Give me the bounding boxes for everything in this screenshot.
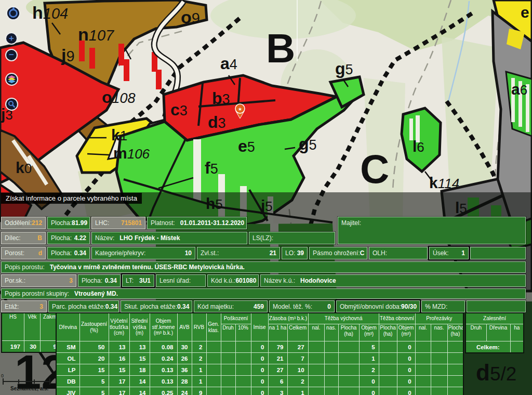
field-label: Název k.ú.: <box>264 277 295 284</box>
field-label: Plocha: <box>51 219 72 227</box>
table-cell: 5 <box>79 376 109 387</box>
table-cell <box>206 353 221 364</box>
table-cell: 0 <box>397 353 415 364</box>
table-cell <box>308 364 324 376</box>
field-olh: OLH: <box>369 247 428 259</box>
column-header: Imise <box>251 313 268 341</box>
table-cell <box>221 387 235 395</box>
field-value: 81.99 <box>72 219 87 227</box>
table-cell <box>206 341 221 353</box>
table-cell: 3 <box>268 387 287 395</box>
column-header: ha <box>510 324 524 341</box>
map-label-k114: k114 <box>429 174 459 191</box>
field-value: 0.34 <box>177 303 189 310</box>
field-value: d <box>38 249 42 257</box>
field-value: 0.34 <box>105 303 117 310</box>
column-header: Celkem <box>287 324 308 341</box>
table-cell: 0 <box>397 387 415 395</box>
table-cell: SM <box>56 341 79 353</box>
layers-icon <box>7 75 16 84</box>
table-cell <box>324 353 338 364</box>
field-label: Kategorie/překryv: <box>95 249 145 257</box>
field-lo: LO:39 <box>282 247 308 259</box>
map-label-d3: d3 <box>208 113 226 131</box>
zoom-in-button[interactable]: + <box>5 32 18 45</box>
map-label-g5: g5 <box>335 59 353 78</box>
table-row: DB517140.1328106200 <box>56 376 463 387</box>
column-header: Druh <box>466 324 486 341</box>
map-label-e: e <box>521 4 529 21</box>
table-cell: 15 <box>129 353 150 364</box>
field-label: Parc. plocha etáže: <box>52 303 105 310</box>
table-cell: 6 <box>268 376 287 387</box>
table-cell: 9 <box>192 387 206 395</box>
column-header: RVB <box>192 313 206 341</box>
map-label-f5: f5 <box>205 159 218 177</box>
field-popis-porostu: Popis porostu:Tyčovina v mírně zvlněném … <box>1 261 526 273</box>
table-cell: 36 <box>177 364 192 376</box>
group-header: Těžba obnovní <box>379 313 415 324</box>
field-label: Popis porostu: <box>5 264 45 271</box>
table-cell: 0 <box>251 353 268 364</box>
table-cell: 17 <box>109 376 129 387</box>
map-label-n107: n107 <box>78 24 115 44</box>
table-cell: 10 <box>287 364 308 376</box>
table-cell <box>338 353 359 364</box>
table-cell <box>235 387 251 395</box>
zalesneni-table: ZalesněníDruhDřevinahaCelkem: <box>465 312 524 353</box>
table-cell: 0.08 <box>150 341 177 353</box>
field-label: Obmýtí/obnovní doba: <box>340 303 401 310</box>
table-cell <box>221 341 235 353</box>
layers-button[interactable] <box>5 73 18 86</box>
field-value: 0.34 <box>105 277 117 284</box>
group-header: Poškození <box>221 313 251 324</box>
map-label-m106: m106 <box>113 144 150 162</box>
field-value: 212 <box>32 219 42 227</box>
table-cell: 0 <box>251 364 268 376</box>
field-label: Platnost: <box>151 219 175 227</box>
table-cell: 30 <box>24 341 41 353</box>
field-label: LHC: <box>95 219 109 227</box>
table-cell <box>338 376 359 387</box>
table-cell <box>324 376 338 387</box>
table-cell: 14 <box>129 376 150 387</box>
table-cell: JIV <box>56 387 79 395</box>
group-header: Těžba výchovná <box>308 313 379 324</box>
field-label: Por.sk.: <box>5 277 25 284</box>
table-cell <box>308 376 324 387</box>
field-label: Porost: <box>5 249 24 257</box>
field-etaz: Etáž:3 <box>1 300 47 312</box>
map-tooltip: Získat informace o parcele vybraného mís… <box>1 193 142 204</box>
app-stage: ★ BCh104n107j9o9a4g5o108c3b3d3e5g5f5k1m1… <box>0 0 532 395</box>
table-cell <box>379 387 397 395</box>
table-cell: 1 <box>192 376 206 387</box>
table-cell: 50 <box>79 341 109 353</box>
field-value: 715801 <box>121 219 142 227</box>
locate-button[interactable] <box>6 6 20 20</box>
field-label: % MZD: <box>425 303 447 310</box>
field-label: Skut. plocha etáže: <box>124 303 177 310</box>
field-label: Zvl.st.: <box>201 249 219 257</box>
field-usek: Úsek:1 <box>429 247 469 259</box>
field-label: Popis porostní skupiny: <box>5 290 69 297</box>
field-label: LO: <box>285 249 295 257</box>
field-label: Pásmo ohrožení: <box>313 249 360 257</box>
table-cell: 2 <box>192 341 206 353</box>
map-label-a6: a6 <box>511 81 527 98</box>
field-kategorie: Kategorie/překryv:10 <box>91 247 195 259</box>
column-header: Dřevina <box>486 324 510 341</box>
field-platnost: Platnost:01.01.2011-31.12.2020 <box>147 217 247 229</box>
column-header: nal. <box>308 324 324 341</box>
map-label-j5: j5 <box>260 197 273 214</box>
map-label-c3: c3 <box>170 100 188 119</box>
search-button[interactable] <box>5 98 18 111</box>
table-cell: 17 <box>109 387 129 395</box>
map-label-k1: k1 <box>111 126 127 143</box>
column-header: Objem stř.kmene (m³ b.k.) <box>150 313 177 341</box>
table-cell <box>324 387 338 395</box>
table-cell <box>235 376 251 387</box>
field-plocha-porsk: Plocha:0.34 <box>78 274 121 287</box>
zoom-out-button[interactable]: − <box>5 49 18 61</box>
field-label: Lesní úřad: <box>159 277 191 284</box>
field-value: Vtroušený MD. <box>74 290 118 297</box>
